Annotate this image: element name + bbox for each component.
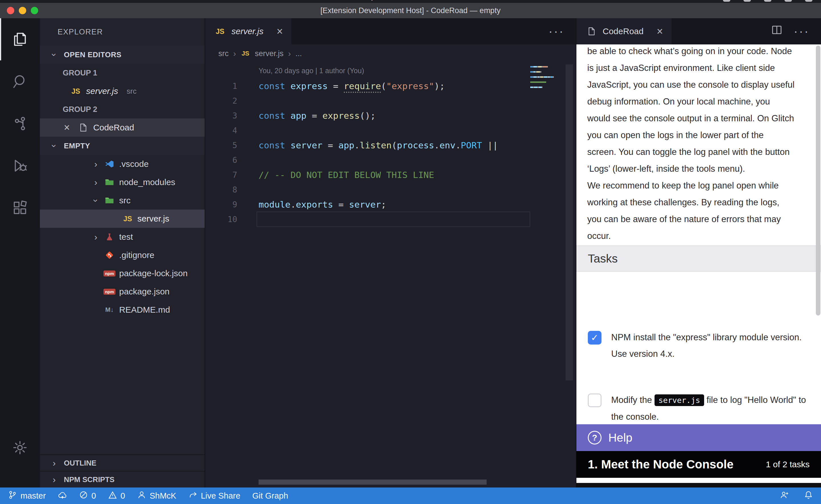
menu-item-go[interactable]: Go (215, 0, 225, 1)
npm-icon: npm (103, 271, 116, 276)
close-tab-icon[interactable]: × (657, 25, 663, 38)
task-text: NPM install the "express" library module… (611, 329, 808, 362)
editor-tabbar: JS server.js × ··· (205, 18, 576, 44)
menu-item-window[interactable]: Window (316, 0, 344, 1)
status-label: Git Graph (252, 491, 288, 501)
menu-item-run[interactable]: Run (241, 0, 256, 1)
activity-search-icon[interactable] (0, 60, 40, 103)
tree-item-src[interactable]: ›src (40, 191, 205, 210)
status-item-0[interactable]: 0 (79, 490, 96, 501)
line-number: 3 (205, 111, 237, 120)
menu-item-code[interactable]: Code (43, 0, 61, 1)
status-item-0[interactable]: 0 (108, 490, 125, 501)
breadcrumbs: src›JSserver.js›... (205, 44, 576, 63)
tab-coderoad[interactable]: CodeRoad × (576, 18, 672, 44)
chevron-icon: › (91, 193, 101, 208)
breadcrumb-item[interactable]: src (219, 49, 229, 58)
node-icon (103, 177, 116, 187)
breadcrumb-item[interactable]: ... (296, 49, 302, 58)
status-item-live-share[interactable]: Live Share (188, 490, 240, 501)
workspace-header[interactable]: › EMPTY (40, 137, 205, 155)
status-label: 0 (91, 491, 96, 501)
close-tab-icon[interactable]: × (277, 25, 283, 38)
file-label: CodeRoad (93, 123, 134, 132)
status-item-bell[interactable] (804, 490, 813, 501)
tree-item-package.json[interactable]: npmpackage.json (40, 282, 205, 301)
activity-extensions-icon[interactable] (0, 187, 40, 229)
open-editor-item-coderoad[interactable]: ×CodeRoad (40, 118, 205, 137)
more-actions-icon[interactable]: ··· (548, 24, 564, 38)
status-item-git-graph[interactable]: Git Graph (252, 491, 288, 501)
split-editor-icon[interactable] (771, 24, 783, 39)
breadcrumb-item[interactable]: server.js (255, 49, 284, 58)
code-line: 3const app = express(); (205, 108, 527, 123)
menu-item-help[interactable]: Help (360, 0, 375, 1)
close-icon[interactable]: × (64, 122, 70, 134)
tree-item-package-lock.json[interactable]: npmpackage-lock.json (40, 264, 205, 282)
doc-icon (77, 123, 89, 132)
file-label: server.js (86, 86, 118, 96)
tree-item-readme.md[interactable]: M↓README.md (40, 301, 205, 319)
tree-item-node-modules[interactable]: ›node_modules (40, 173, 205, 191)
activity-run-debug-icon[interactable] (0, 145, 40, 187)
tree-item-server.js[interactable]: JSserver.js (40, 210, 205, 228)
status-item-master[interactable]: master (8, 490, 46, 501)
activity-explorer-icon[interactable] (0, 18, 40, 60)
tree-item-.vscode[interactable]: ›.vscode (40, 155, 205, 173)
sidebar-section-outline[interactable]: ›OUTLINE (40, 454, 205, 471)
menu-item-view[interactable]: View (182, 0, 199, 1)
menu-item-terminal[interactable]: Terminal (271, 0, 300, 1)
warning-icon (108, 490, 117, 501)
branch-icon (8, 490, 17, 501)
status-item-shmck[interactable]: ShMcK (137, 490, 176, 501)
task-checkbox[interactable]: ✓ (588, 331, 601, 345)
menubar-icon (723, 0, 730, 2)
vscode-window: CodeFileEditSelectionViewGoRunTerminalWi… (0, 0, 821, 504)
task-checkbox[interactable] (588, 394, 601, 407)
vertical-scrollbar[interactable] (565, 64, 573, 380)
task-text-segment: NPM install the "express" library module… (611, 332, 802, 359)
menu-item-selection[interactable]: Selection (135, 0, 166, 1)
chevron-right-icon: › (47, 458, 62, 468)
close-window-button[interactable] (7, 7, 14, 14)
more-actions-icon[interactable]: ··· (794, 24, 810, 38)
activity-settings-icon[interactable] (0, 427, 40, 469)
status-item-person-add[interactable] (780, 490, 789, 501)
coderoad-panel: CodeRoad × ··· be able to check what’s g… (576, 18, 821, 487)
open-editors-header[interactable]: › OPEN EDITORS (40, 46, 205, 64)
open-editor-item-server.js[interactable]: JSserver.jssrc (40, 82, 205, 100)
file-label: package.json (119, 287, 169, 296)
code-editor[interactable]: You, 20 days ago | 1 author (You) 1const… (205, 63, 576, 487)
test-icon (103, 232, 116, 241)
vscode-icon (103, 159, 116, 169)
horizontal-scrollbar[interactable] (259, 480, 487, 485)
menu-item-edit[interactable]: Edit (105, 0, 119, 1)
status-item-cloud[interactable] (58, 490, 67, 501)
file-label: .gitignore (119, 250, 154, 260)
menu-item-file[interactable]: File (77, 0, 90, 1)
zoom-window-button[interactable] (31, 7, 38, 14)
tree-item-.gitignore[interactable]: .gitignore (40, 246, 205, 264)
file-tree: ›.vscode›node_modules›srcJSserver.js›tes… (40, 155, 205, 319)
minimap[interactable] (530, 66, 555, 92)
workspace-label: EMPTY (64, 142, 90, 150)
activity-source-control-icon[interactable] (0, 103, 40, 145)
file-label: .vscode (119, 159, 148, 169)
codelens-annotation[interactable]: You, 20 days ago | 1 author (You) (259, 67, 364, 75)
chevron-down-icon: › (49, 47, 60, 62)
titlebar: [Extension Development Host] - CodeRoad … (0, 3, 821, 18)
sidebar-section-npm-scripts[interactable]: ›NPM SCRIPTS (40, 471, 205, 487)
webview-scrollbar[interactable] (816, 46, 820, 315)
code-chip: server.js (655, 394, 704, 406)
chevron-right-icon: › (47, 474, 62, 485)
tree-item-test[interactable]: ›test (40, 228, 205, 246)
tab-server-js[interactable]: JS server.js × (205, 18, 291, 44)
open-editors-group-label: GROUP 1 (40, 64, 205, 82)
menubar-icon (764, 0, 771, 2)
help-bar[interactable]: ? Help (576, 424, 821, 451)
minimize-window-button[interactable] (19, 7, 26, 14)
task-text: Modify the server.js file to log "Hello … (611, 392, 808, 425)
chevron-icon: › (88, 177, 103, 188)
open-editors-list: GROUP 1JSserver.jssrcGROUP 2×CodeRoad (40, 64, 205, 137)
code-line: 9module.exports = server; (205, 197, 527, 212)
